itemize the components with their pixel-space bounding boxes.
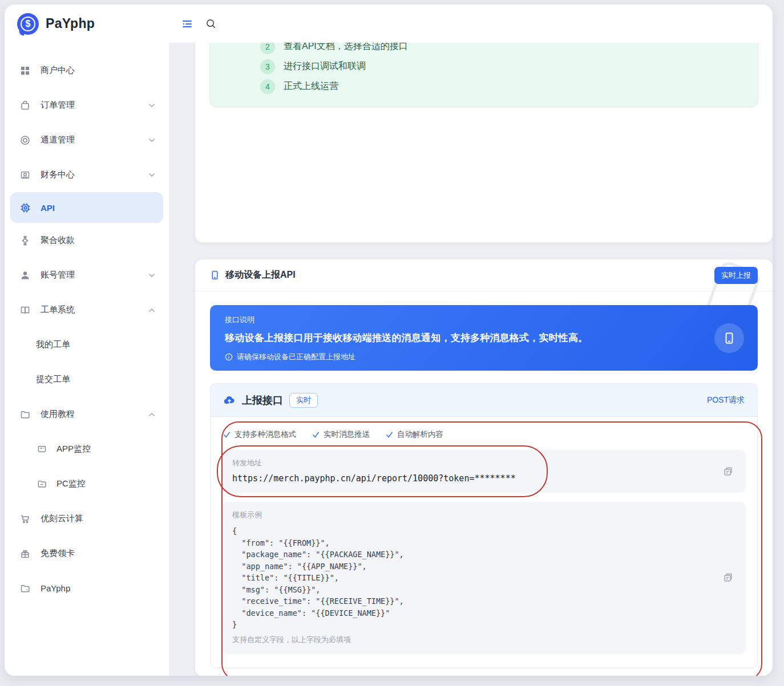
- quickstart-steps-box: 2 查看API文档，选择合适的接口 3 进行接口调试和联调 4 正式上线运营: [209, 43, 758, 107]
- step-row: 4 正式上线运营: [210, 76, 758, 96]
- feature-list: 支持多种消息格式 实时消息推送 自动解析内容: [223, 429, 745, 440]
- card-title: 移动设备上报API: [225, 269, 296, 281]
- chevron-down-icon: [148, 137, 155, 144]
- forward-url-label: 转发地址: [232, 458, 712, 468]
- sidebar-item-my-tickets[interactable]: 我的工单: [5, 327, 169, 362]
- step-row: 2 查看API文档，选择合适的接口: [210, 43, 758, 56]
- top-header: $ PaYphp: [5, 5, 773, 43]
- sidebar-nav: 商户中心 订单管理 通道管理 财务中心 API: [5, 43, 169, 676]
- forward-url-value: https://merch.payphp.cn/api/report/10000…: [232, 473, 712, 484]
- search-icon[interactable]: [205, 18, 216, 29]
- feature-item: 自动解析内容: [386, 429, 443, 440]
- api-info-banner: 接口说明 移动设备上报接口用于接收移动端推送的消息通知，支持多种消息格式，实时性…: [210, 305, 758, 371]
- phone-icon: [210, 270, 220, 280]
- chevron-down-icon: [148, 172, 155, 178]
- main-content: 2 查看API文档，选择合适的接口 3 进行接口调试和联调 4 正式上线运营: [169, 43, 773, 676]
- cloud-upload-icon: [223, 394, 236, 407]
- channel-icon: [20, 135, 31, 145]
- sidebar-item-finance-center[interactable]: 财务中心: [5, 157, 169, 192]
- feature-item: 支持多种消息格式: [223, 429, 296, 440]
- feature-item: 实时消息推送: [312, 429, 370, 440]
- cpu-icon: [20, 202, 31, 213]
- sidebar-item-app-monitor[interactable]: APP监控: [5, 432, 169, 466]
- post-method-label[interactable]: POST请求: [707, 395, 745, 405]
- copy-icon[interactable]: [723, 466, 733, 477]
- sidebar-item-free-card[interactable]: 免费领卡: [5, 536, 169, 571]
- card-header: 移动设备上报API 实时上报: [195, 259, 773, 291]
- sidebar-item-submit-ticket[interactable]: 提交工单: [5, 362, 169, 397]
- mobile-report-api-card: 移动设备上报API 实时上报 接口说明 移动设备上报接口用于接收移动端推送的消息…: [195, 259, 773, 676]
- sidebar-item-ticket-system[interactable]: 工单系统: [5, 293, 169, 327]
- step-number: 4: [260, 79, 275, 94]
- book-icon: [20, 305, 31, 315]
- aggregate-icon: [20, 236, 31, 246]
- sidebar-item-order-management[interactable]: 订单管理: [5, 88, 169, 123]
- copy-icon[interactable]: [723, 573, 733, 583]
- endpoint-header: 上报接口 实时 POST请求: [211, 384, 757, 417]
- chevron-up-icon: [148, 307, 155, 314]
- chevron-down-icon: [148, 102, 155, 109]
- step-text: 查看API文档，选择合适的接口: [284, 43, 408, 52]
- monitor-app-icon: [37, 444, 49, 454]
- realtime-report-badge[interactable]: 实时上报: [714, 267, 758, 284]
- quickstart-card: 2 查看API文档，选择合适的接口 3 进行接口调试和联调 4 正式上线运营: [195, 43, 773, 242]
- template-label: 模板示例: [232, 510, 712, 520]
- red-annotation-oval: [217, 445, 548, 497]
- monitor-pc-icon: [37, 479, 49, 489]
- grid-icon: [20, 66, 31, 76]
- chevron-up-icon: [148, 411, 155, 418]
- phone-badge-icon: [714, 323, 744, 353]
- brand-logo[interactable]: $ PaYphp: [17, 13, 169, 35]
- endpoint-body: 支持多种消息格式 实时消息推送 自动解析内容 转发地址: [211, 417, 757, 668]
- info-label: 接口说明: [225, 315, 703, 325]
- bag-icon: [20, 100, 31, 111]
- sidebar-item-channel-management[interactable]: 通道管理: [5, 123, 169, 157]
- template-note: 支持自定义字段，以上字段为必填项: [232, 635, 712, 645]
- step-text: 进行接口调试和联调: [284, 60, 366, 72]
- step-number: 2: [260, 43, 275, 54]
- wallet-icon: [20, 170, 31, 180]
- folder-dot-icon: [20, 583, 31, 594]
- folder-icon: [20, 409, 31, 420]
- template-code: { "from": "{{FROM}}", "package_name": "{…: [232, 525, 712, 631]
- forward-url-box: 转发地址 https://merch.payphp.cn/api/report/…: [222, 450, 746, 493]
- endpoint-title: 上报接口: [242, 393, 283, 407]
- sidebar-item-payphp[interactable]: PaYphp: [5, 571, 169, 606]
- step-row: 3 进行接口调试和联调: [210, 56, 758, 76]
- payphp-logo-icon: $: [17, 13, 39, 35]
- check-icon: [312, 431, 320, 439]
- sidebar-item-api[interactable]: API: [10, 192, 163, 223]
- step-number: 3: [260, 59, 275, 74]
- cart-icon: [20, 514, 31, 524]
- sidebar-item-tutorials[interactable]: 使用教程: [5, 397, 169, 432]
- brand-name: PaYphp: [46, 16, 95, 31]
- sidebar-item-merchant-center[interactable]: 商户中心: [5, 53, 169, 88]
- sidebar-item-pc-monitor[interactable]: PC监控: [5, 466, 169, 501]
- sidebar-item-aggregate-collection[interactable]: 聚合收款: [5, 223, 169, 258]
- report-endpoint-section: 上报接口 实时 POST请求 支持多种消息格式 实时消息推送: [210, 383, 758, 668]
- info-circle-icon: [225, 353, 233, 361]
- realtime-tag: 实时: [289, 393, 318, 408]
- template-example-box: 模板示例 { "from": "{{FROM}}", "package_name…: [222, 502, 746, 654]
- app-window: $ PaYphp 商户中心 订单管理: [5, 5, 773, 676]
- collapse-menu-icon[interactable]: [181, 18, 193, 30]
- sidebar-item-ucloud-computing[interactable]: 优刻云计算: [5, 501, 169, 536]
- gift-icon: [20, 549, 31, 559]
- check-icon: [386, 431, 393, 439]
- chevron-down-icon: [148, 272, 155, 279]
- info-description: 移动设备上报接口用于接收移动端推送的消息通知，支持多种消息格式，实时性高。: [225, 331, 703, 344]
- check-icon: [223, 431, 231, 439]
- info-note-text: 请确保移动设备已正确配置上报地址: [237, 352, 355, 362]
- user-icon: [20, 270, 31, 281]
- step-text: 正式上线运营: [284, 80, 338, 92]
- sidebar-item-account-management[interactable]: 账号管理: [5, 258, 169, 293]
